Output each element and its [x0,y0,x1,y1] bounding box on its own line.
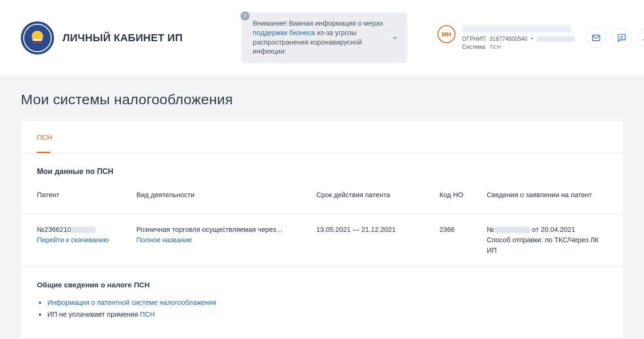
notice-badge: 2 [241,11,250,20]
psn-data-section: Мои данные по ПСН [21,153,623,191]
col-patent: Патент [37,191,136,199]
profile-name-blurred [462,25,571,33]
psn-table: Патент Вид деятельности Срок действия па… [21,191,623,266]
cell-validity: 13.05.2021 — 21.12.2021 [316,225,439,256]
chevron-down-icon[interactable] [389,32,401,44]
logo-block[interactable]: ЛИЧНЫЙ КАБИНЕТ ИП [21,21,183,55]
ogrnip-label: ОГРНИП [462,36,486,42]
system-value: ПСН [490,45,501,50]
patent-id: 2366210 [45,226,71,233]
avatar[interactable]: МН [438,25,456,43]
header-actions [586,28,644,48]
profile-info: ОГРНИП 318774600540 • Система: ПСН [462,25,575,50]
header: ЛИЧНЫЙ КАБИНЕТ ИП 2 Внимание! Важная инф… [0,0,644,75]
ip-text: ИП не уплачивает применяя [47,311,140,318]
cell-code: 2366 [439,225,487,256]
chat-icon[interactable] [612,28,632,48]
system-label: Система: [462,44,487,50]
col-activity: Вид деятельности [136,191,316,199]
general-title: Общие сведения о налоге ПСН [37,281,607,289]
notice-banner: 2 Внимание! Важная информация о мерах по… [242,12,407,63]
table-row: №2366210 Перейти к скачиванию Розничная … [21,214,623,266]
col-validity: Срок действия патента [316,191,439,199]
main: Мои системы налогообложения ПСН Мои данн… [0,75,644,339]
site-title: ЛИЧНЫЙ КАБИНЕТ ИП [63,32,183,44]
list-item: Информация о патентной системе налогообл… [37,297,607,309]
emblem-icon [21,21,54,55]
swap-icon[interactable] [637,28,644,48]
col-application: Сведения о заявлении на патент [487,191,607,199]
svg-rect-1 [33,41,42,42]
general-links-list: Информация о патентной системе налогообл… [37,297,607,320]
cell-application: № от 20.04.2021 Способ отправки: по ТКС/… [487,225,607,256]
notice-text-before: Внимание! Важная информация о мерах [253,19,383,27]
notice-link[interactable]: поддержки бизнеса [253,29,315,37]
psn-card: ПСН Мои данные по ПСН Патент Вид деятель… [21,121,623,338]
tab-psn[interactable]: ПСН [37,121,52,153]
general-section: Общие сведения о налоге ПСН Информация о… [21,266,623,337]
appl-id-blurred [494,227,530,233]
mail-icon[interactable] [586,28,606,48]
ogrnip-suffix-blurred [537,36,575,42]
col-code: Код НО [439,191,487,199]
list-item: ИП не уплачивает применяя ПСН [37,309,607,321]
svg-rect-2 [33,42,42,43]
psn-section-title: Мои данные по ПСН [37,167,607,176]
download-link[interactable]: Перейти к скачиванию [37,236,109,244]
tabs: ПСН [21,121,623,153]
info-link[interactable]: Информация о патентной системе налогообл… [47,299,216,306]
ogrnip-value: 318774600540 [490,36,528,42]
appl-suffix: от 20.04.2021 [530,226,575,233]
table-header: Патент Вид деятельности Срок действия па… [21,191,623,214]
patent-id-blurred [71,227,96,233]
psn-link[interactable]: ПСН [140,311,155,318]
cell-patent: №2366210 Перейти к скачиванию [37,225,136,256]
patent-prefix: № [37,226,45,233]
activity-text: Розничная торговля осуществляемая через… [136,225,316,235]
svg-rect-0 [33,39,42,41]
cell-activity: Розничная торговля осуществляемая через…… [136,225,316,256]
full-name-link[interactable]: Полное название [136,236,192,244]
send-method: Способ отправки: по ТКС/Через ЛК ИП [487,235,607,256]
profile-block: МН ОГРНИП 318774600540 • Система: ПСН [438,25,575,50]
page-title: Мои системы налогообложения [21,92,623,108]
appl-prefix: № [487,226,494,233]
